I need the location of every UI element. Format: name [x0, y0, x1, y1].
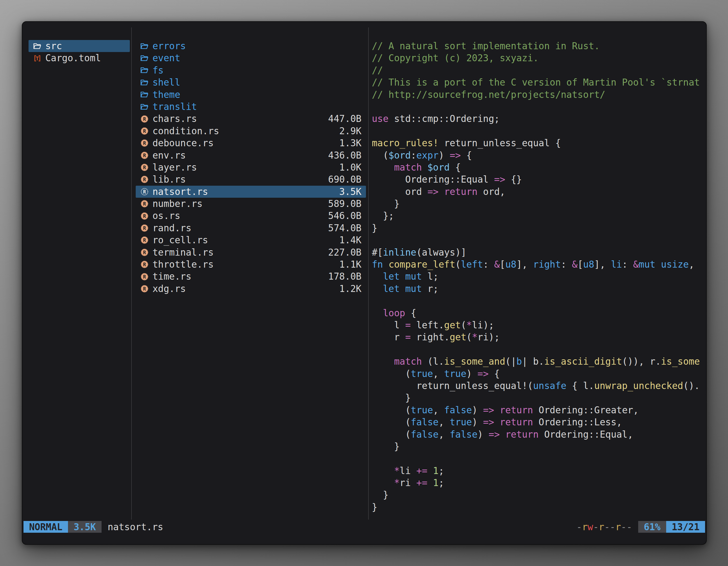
code-line: fn compare_left(left: &[u8], right: &[u8… — [372, 259, 706, 271]
file-name: event — [152, 52, 180, 64]
file-row[interactable]: Rrand.rs574.0B — [136, 222, 366, 234]
file-name: src — [45, 40, 62, 52]
dir-row[interactable]: fs — [136, 64, 366, 76]
terminal-window: srcCargo.toml errorseventfsshellthemetra… — [22, 21, 707, 545]
file-row[interactable]: Rterminal.rs227.0B — [136, 247, 366, 259]
pane-divider — [368, 27, 369, 520]
file-row[interactable]: Rnumber.rs589.0B — [136, 198, 366, 210]
file-size: 1.0K — [339, 161, 361, 173]
file-name: theme — [152, 89, 180, 101]
file-name: ro_cell.rs — [152, 234, 208, 246]
dir-row[interactable]: translit — [136, 101, 366, 113]
file-row[interactable]: Rlib.rs690.0B — [136, 173, 366, 186]
file-size: 690.0B — [328, 173, 361, 186]
file-name: errors — [152, 40, 186, 52]
file-name: number.rs — [152, 198, 203, 210]
code-line: match (l.is_some_and(|b| b.is_ascii_digi… — [372, 355, 706, 367]
scroll-percent-badge: 61% — [638, 521, 666, 533]
code-line: } — [372, 501, 706, 513]
cursor-position-badge: 13/21 — [666, 521, 705, 533]
pane-divider — [131, 27, 132, 520]
code-line: } — [372, 440, 706, 452]
code-line: } — [372, 392, 706, 404]
file-row[interactable]: Ros.rs546.0B — [136, 210, 366, 222]
file-name: terminal.rs — [152, 247, 214, 259]
svg-text:R: R — [143, 177, 146, 182]
current-pane: errorseventfsshellthemetranslitRchars.rs… — [136, 40, 366, 295]
file-size: 2.9K — [339, 125, 361, 137]
rust-file-icon: R — [140, 151, 149, 159]
code-line: let mut r; — [372, 283, 706, 295]
file-size: 178.0B — [328, 271, 361, 283]
svg-text:R: R — [143, 140, 146, 146]
code-line: (true, true) => { — [372, 368, 706, 380]
file-name: rand.rs — [152, 222, 191, 234]
file-row[interactable]: Rdebounce.rs1.3K — [136, 137, 366, 149]
code-line: macro_rules! return_unless_equal { — [372, 137, 706, 149]
file-name: debounce.rs — [152, 137, 214, 149]
dir-row[interactable]: errors — [136, 40, 366, 52]
rust-file-icon: R — [140, 187, 149, 196]
file-size: 436.0B — [328, 149, 361, 161]
code-line: } — [372, 489, 706, 501]
code-line: loop { — [372, 307, 706, 319]
rust-file-icon: R — [140, 115, 149, 123]
file-size: 1.2K — [339, 283, 361, 295]
rust-file-icon: R — [140, 175, 149, 184]
folder-open-icon — [140, 90, 149, 99]
file-row[interactable]: Rlayer.rs1.0K — [136, 161, 366, 173]
code-line: (true, false) => return Ordering::Greate… — [372, 404, 706, 416]
file-name: lib.rs — [152, 173, 186, 186]
file-name: condition.rs — [152, 125, 219, 137]
file-name: os.rs — [152, 210, 180, 222]
code-line: r = right.get(*ri); — [372, 331, 706, 343]
file-name: Cargo.toml — [45, 52, 101, 64]
file-name: xdg.rs — [152, 283, 186, 295]
code-line: // http://sourcefrog.net/projects/natsor… — [372, 89, 706, 101]
status-bar: NORMAL 3.5K natsort.rs -rw-r--r-- 61% 13… — [24, 521, 705, 533]
file-name: env.rs — [152, 149, 186, 161]
file-row[interactable]: Rcondition.rs2.9K — [136, 125, 366, 137]
rust-file-icon: R — [140, 224, 149, 233]
file-row[interactable]: Rchars.rs447.0B — [136, 113, 366, 125]
file-row[interactable]: Cargo.toml — [29, 52, 130, 64]
dir-row[interactable]: shell — [136, 76, 366, 88]
file-row[interactable]: Rxdg.rs1.2K — [136, 283, 366, 295]
file-size: 227.0B — [328, 247, 361, 259]
code-line: ord => return ord, — [372, 186, 706, 198]
folder-open-icon — [140, 103, 149, 111]
code-line — [372, 101, 706, 113]
file-name: time.rs — [152, 271, 191, 283]
code-line: Ordering::Equal => {} — [372, 173, 706, 186]
file-size: 1.3K — [339, 137, 361, 149]
svg-text:R: R — [143, 262, 146, 267]
file-row[interactable]: Rtime.rs178.0B — [136, 271, 366, 283]
svg-text:R: R — [143, 165, 146, 170]
dir-row[interactable]: src — [29, 40, 130, 52]
file-row[interactable]: Rthrottle.rs1.1K — [136, 259, 366, 271]
code-line: // A natural sort implementation in Rust… — [372, 40, 706, 52]
status-filename: natsort.rs — [108, 521, 163, 533]
code-line: #[inline(always)] — [372, 247, 706, 259]
dir-row[interactable]: event — [136, 52, 366, 64]
file-size: 447.0B — [328, 113, 361, 125]
code-line — [372, 125, 706, 137]
svg-text:R: R — [143, 128, 146, 134]
file-name: throttle.rs — [152, 259, 214, 271]
svg-text:R: R — [143, 116, 146, 122]
file-row[interactable]: Renv.rs436.0B — [136, 149, 366, 161]
svg-text:R: R — [143, 152, 146, 158]
file-row[interactable]: Rnatsort.rs3.5K — [136, 186, 366, 198]
permissions: -rw-r--r-- — [576, 521, 632, 533]
code-line: use std::cmp::Ordering; — [372, 113, 706, 125]
code-line: }; — [372, 210, 706, 222]
code-line: return_unless_equal!(unsafe { l.unwrap_u… — [372, 380, 706, 392]
file-name: layer.rs — [152, 161, 197, 173]
code-line: // — [372, 64, 706, 76]
parent-pane: srcCargo.toml — [29, 40, 130, 64]
svg-text:R: R — [143, 274, 146, 280]
svg-text:R: R — [143, 250, 146, 255]
dir-row[interactable]: theme — [136, 89, 366, 101]
file-row[interactable]: Rro_cell.rs1.4K — [136, 234, 366, 246]
code-line — [372, 343, 706, 355]
